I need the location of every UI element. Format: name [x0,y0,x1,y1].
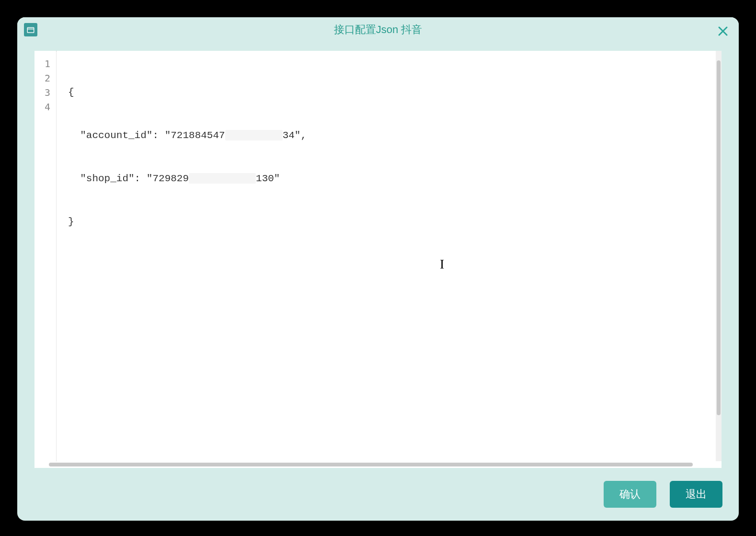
vertical-scrollbar[interactable] [716,51,722,461]
horizontal-scrollbar[interactable] [34,461,722,468]
code-line: } [68,215,716,229]
code-line: { [68,85,716,100]
line-number: 3 [34,85,56,100]
dialog-footer: 确认 退出 [17,468,739,521]
line-number: 4 [34,100,56,114]
line-gutter: 1 2 3 4 [34,51,57,461]
redacted-segment [189,173,256,184]
scrollbar-thumb[interactable] [717,60,721,415]
close-icon [717,25,729,37]
close-button[interactable] [716,24,730,38]
code-editor[interactable]: 1 2 3 4 { "account_id": "72188454734", "… [34,51,722,461]
code-line: "account_id": "72188454734", [68,128,716,143]
dialog-title: 接口配置Json 抖音 [334,23,423,37]
code-area[interactable]: { "account_id": "72188454734", "shop_id"… [57,51,716,461]
line-number: 1 [34,57,56,71]
redacted-segment [225,130,283,140]
code-line: "shop_id": "729829130" [68,172,716,186]
svg-rect-0 [27,28,34,33]
confirm-button[interactable]: 确认 [604,481,656,508]
exit-button[interactable]: 退出 [670,481,722,508]
dialog-window: 接口配置Json 抖音 1 2 3 4 { "account_id": "721… [17,17,739,521]
titlebar: 接口配置Json 抖音 [17,17,739,42]
app-icon [24,23,37,36]
line-number: 2 [34,71,56,85]
text-cursor-icon: I [440,257,444,271]
scrollbar-thumb[interactable] [49,463,693,466]
